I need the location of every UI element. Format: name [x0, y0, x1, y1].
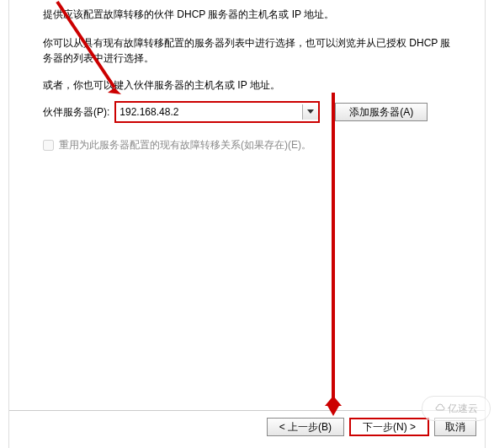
svg-marker-0	[307, 109, 314, 114]
reuse-relationship-row: 重用为此服务器配置的现有故障转移关系(如果存在)(E)。	[43, 138, 458, 152]
watermark-text: 亿速云	[448, 402, 478, 416]
dialog-panel: 提供应该配置故障转移的伙伴 DHCP 服务器的主机名或 IP 地址。 你可以从具…	[8, 0, 486, 448]
reuse-relationship-checkbox	[43, 140, 54, 151]
intro-text-1: 提供应该配置故障转移的伙伴 DHCP 服务器的主机名或 IP 地址。	[43, 7, 458, 22]
watermark: 亿速云	[422, 396, 491, 421]
partner-server-combobox[interactable]	[114, 101, 320, 123]
add-server-button[interactable]: 添加服务器(A)	[335, 103, 428, 121]
partner-server-row: 伙伴服务器(P): 添加服务器(A)	[43, 101, 458, 123]
back-button[interactable]: < 上一步(B)	[267, 418, 344, 436]
intro-text-3: 或者，你也可以键入伙伴服务器的主机名或 IP 地址。	[43, 77, 458, 93]
chevron-down-icon[interactable]	[302, 104, 318, 120]
partner-server-input[interactable]	[116, 104, 302, 120]
next-button[interactable]: 下一步(N) >	[349, 418, 429, 436]
reuse-relationship-label: 重用为此服务器配置的现有故障转移关系(如果存在)(E)。	[59, 138, 311, 152]
wizard-button-bar: < 上一步(B) 下一步(N) > 取消	[9, 410, 485, 443]
intro-text-2: 你可以从具有现有故障转移配置的服务器列表中进行选择，也可以浏览并从已授权 DHC…	[43, 35, 458, 66]
window: 提供应该配置故障转移的伙伴 DHCP 服务器的主机名或 IP 地址。 你可以从具…	[0, 0, 494, 448]
partner-server-label: 伙伴服务器(P):	[43, 105, 109, 120]
